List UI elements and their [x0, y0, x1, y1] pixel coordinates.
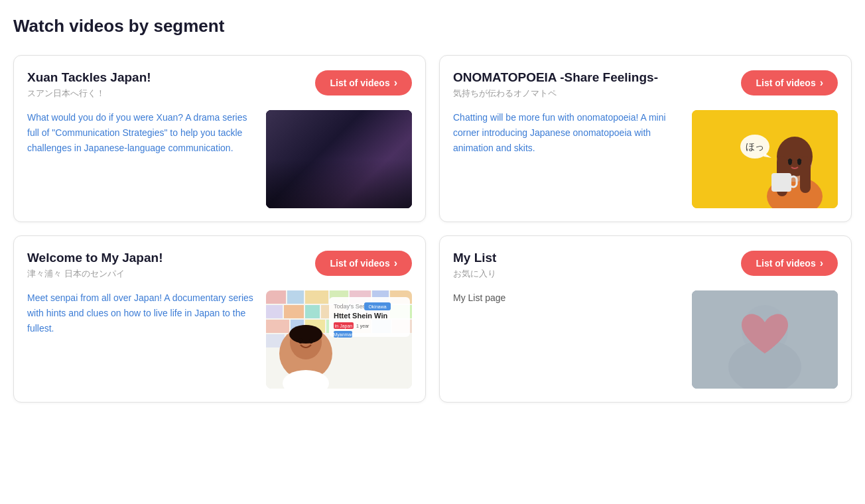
card-onomatopoeia-header: ONOMATOPOEIA -Share Feelings- 気持ちが伝わるオノマ… [453, 70, 838, 99]
svg-rect-19 [771, 173, 791, 192]
svg-rect-67 [692, 290, 838, 389]
card-xuan-body: What would you do if you were Xuan? A dr… [27, 110, 412, 208]
card-mylist-body: My List page [453, 290, 838, 389]
svg-point-61 [289, 325, 322, 344]
card-xuan-subtitle: スアン日本へ行く！ [27, 88, 307, 99]
card-onomatopoeia-description: Chatting will be more fun with onomatopo… [453, 110, 681, 156]
svg-rect-64 [692, 290, 838, 389]
cards-grid: Xuan Tackles Japan! スアン日本へ行く！ List of vi… [13, 55, 852, 403]
card-mylist-description: My List page [453, 290, 681, 306]
onomatopoeia-list-button[interactable]: List of videos › [741, 70, 838, 95]
svg-point-7 [354, 164, 383, 188]
svg-text:Myanmar: Myanmar [333, 332, 353, 338]
card-welcome: Welcome to My Japan! 津々浦々 日本のセンパイ List o… [13, 235, 426, 403]
card-mylist: My List お気に入り List of videos › My List p… [439, 235, 852, 403]
svg-point-8 [360, 154, 378, 175]
onomatopoeia-list-button-arrow: › [820, 77, 823, 89]
svg-rect-27 [305, 290, 328, 304]
card-mylist-title-block: My List お気に入り [453, 251, 733, 280]
svg-rect-9 [266, 176, 412, 208]
svg-point-66 [728, 340, 801, 389]
svg-rect-0 [266, 110, 412, 208]
card-mylist-header: My List お気に入り List of videos › [453, 251, 838, 280]
card-welcome-description: Meet senpai from all over Japan! A docum… [27, 290, 255, 336]
svg-point-65 [742, 305, 788, 355]
svg-text:Httet Shein Win: Httet Shein Win [334, 312, 387, 320]
svg-rect-39 [266, 320, 289, 333]
mylist-list-button[interactable]: List of videos › [741, 251, 838, 276]
svg-point-62 [299, 338, 302, 344]
xuan-list-button-arrow: › [394, 77, 397, 89]
svg-point-6 [313, 143, 338, 161]
card-xuan-image [266, 110, 412, 208]
svg-text:in Japan: in Japan [335, 324, 353, 329]
card-onomatopoeia-title-block: ONOMATOPOEIA -Share Feelings- 気持ちが伝わるオノマ… [453, 70, 733, 99]
card-xuan-title: Xuan Tackles Japan! [27, 70, 307, 85]
card-onomatopoeia-image: ほっ [692, 110, 838, 208]
card-mylist-image [692, 290, 838, 389]
svg-rect-33 [284, 305, 304, 318]
card-mylist-title: My List [453, 251, 733, 265]
xuan-list-button-label: List of videos [330, 78, 389, 88]
svg-rect-16 [800, 157, 811, 193]
welcome-list-button-arrow: › [394, 257, 397, 269]
card-onomatopoeia: ONOMATOPOEIA -Share Feelings- 気持ちが伝わるオノマ… [439, 55, 852, 222]
card-onomatopoeia-body: Chatting will be more fun with onomatopo… [453, 110, 838, 208]
onomatopoeia-list-button-label: List of videos [756, 78, 815, 88]
svg-text:1 year: 1 year [356, 324, 369, 329]
svg-rect-26 [287, 290, 304, 304]
card-xuan-description: What would you do if you were Xuan? A dr… [27, 110, 255, 156]
svg-rect-25 [266, 290, 286, 304]
card-mylist-subtitle: お気に入り [453, 268, 733, 280]
card-onomatopoeia-subtitle: 気持ちが伝わるオノマトペ [453, 88, 733, 99]
svg-rect-1 [266, 110, 412, 208]
svg-rect-32 [266, 305, 283, 318]
card-welcome-image: Today's Senpai Okinawa Httet Shein Win i… [266, 290, 412, 389]
svg-text:ほっ: ほっ [746, 141, 764, 152]
card-welcome-subtitle: 津々浦々 日本のセンパイ [27, 268, 307, 280]
svg-rect-34 [305, 305, 320, 318]
svg-rect-3 [322, 119, 402, 174]
svg-point-4 [307, 158, 344, 188]
page-title: Watch videos by segment [13, 16, 852, 36]
mylist-list-button-arrow: › [820, 257, 823, 269]
svg-point-5 [314, 145, 338, 171]
welcome-list-button[interactable]: List of videos › [315, 251, 412, 276]
svg-text:Okinawa: Okinawa [368, 304, 386, 309]
card-welcome-header: Welcome to My Japan! 津々浦々 日本のセンパイ List o… [27, 251, 412, 280]
card-welcome-title: Welcome to My Japan! [27, 251, 307, 265]
card-welcome-body: Meet senpai from all over Japan! A docum… [27, 290, 412, 389]
card-onomatopoeia-title: ONOMATOPOEIA -Share Feelings- [453, 70, 733, 85]
welcome-list-button-label: List of videos [330, 258, 389, 269]
svg-point-63 [309, 338, 313, 344]
svg-rect-2 [319, 117, 405, 176]
mylist-list-button-label: List of videos [756, 258, 815, 269]
card-xuan-header: Xuan Tackles Japan! スアン日本へ行く！ List of vi… [27, 70, 412, 99]
card-xuan-title-block: Xuan Tackles Japan! スアン日本へ行く！ [27, 70, 307, 99]
card-xuan: Xuan Tackles Japan! スアン日本へ行く！ List of vi… [13, 55, 426, 222]
xuan-list-button[interactable]: List of videos › [315, 70, 412, 95]
card-welcome-title-block: Welcome to My Japan! 津々浦々 日本のセンパイ [27, 251, 307, 280]
